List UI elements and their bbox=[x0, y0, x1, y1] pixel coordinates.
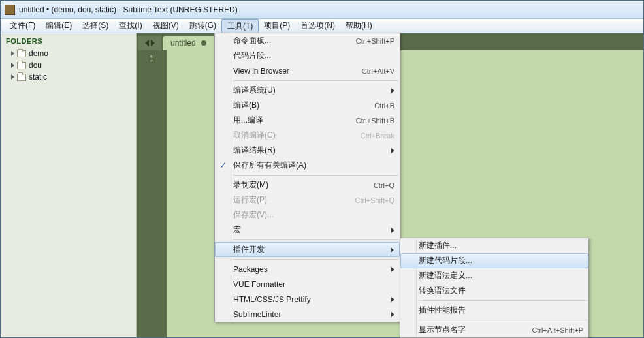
tab-untitled[interactable]: untitled bbox=[163, 36, 218, 50]
expand-icon bbox=[11, 63, 14, 68]
menu-item[interactable]: ✓保存所有有关编译(A) bbox=[215, 158, 400, 173]
menu-item: 取消编译(C)Ctrl+Break bbox=[215, 128, 400, 143]
menu-item-label: 转换语法文件 bbox=[419, 285, 583, 296]
menu-item[interactable]: 显示节点名字Ctrl+Alt+Shift+P bbox=[400, 322, 588, 337]
menu-separator bbox=[419, 320, 587, 320]
menu-3[interactable]: 查找(I) bbox=[114, 19, 147, 33]
menu-8[interactable]: 首选项(N) bbox=[295, 19, 340, 33]
expand-icon bbox=[11, 74, 14, 80]
menu-item[interactable]: 新建语法定义... bbox=[400, 268, 588, 283]
menu-item-label: 取消编译(C) bbox=[233, 130, 361, 141]
menu-item-label: HTML/CSS/JS Prettify bbox=[233, 295, 394, 304]
menu-shortcut: Ctrl+Alt+Shift+P bbox=[532, 326, 583, 334]
check-icon: ✓ bbox=[219, 161, 227, 170]
folder-dou[interactable]: dou bbox=[6, 59, 131, 71]
gutter: 1 bbox=[137, 50, 167, 337]
tools-menu: 命令面板...Ctrl+Shift+P代码片段...View in Browse… bbox=[214, 33, 400, 322]
menu-item-label: VUE Formatter bbox=[233, 280, 394, 289]
sidebar: FOLDERS demodoustatic bbox=[1, 33, 137, 337]
menu-item: 保存宏(V)... bbox=[215, 207, 400, 223]
menu-6[interactable]: 工具(T) bbox=[221, 19, 259, 33]
menu-1[interactable]: 编辑(E) bbox=[40, 19, 77, 33]
menu-item-label: 编译系统(U) bbox=[233, 85, 394, 96]
menu-shortcut: Ctrl+Shift+P bbox=[356, 37, 394, 45]
menu-item-label: 宏 bbox=[233, 224, 394, 236]
submenu-arrow-icon bbox=[391, 267, 394, 272]
folder-icon bbox=[17, 62, 26, 69]
submenu-arrow-icon bbox=[391, 148, 394, 153]
menu-item[interactable]: 编译结果(R) bbox=[215, 143, 400, 158]
menu-shortcut: Ctrl+Alt+V bbox=[362, 67, 394, 75]
menu-shortcut: Ctrl+Shift+Q bbox=[355, 196, 394, 204]
tab-nav-arrows[interactable] bbox=[138, 36, 161, 50]
menu-item-label: 显示节点名字 bbox=[419, 324, 532, 335]
menu-2[interactable]: 选择(S) bbox=[77, 19, 114, 33]
menu-separator bbox=[233, 239, 398, 240]
menu-5[interactable]: 跳转(G) bbox=[184, 19, 221, 33]
menu-item[interactable]: 新建代码片段... bbox=[400, 253, 588, 268]
menu-item[interactable]: 录制宏(M)Ctrl+Q bbox=[215, 177, 400, 192]
menu-item[interactable]: 插件开发 bbox=[215, 242, 400, 257]
titlebar[interactable]: untitled • (demo, dou, static) - Sublime… bbox=[1, 1, 643, 19]
menu-item[interactable]: 新建插件... bbox=[400, 238, 588, 253]
tab-next-icon bbox=[151, 40, 155, 46]
menu-item[interactable]: 代码片段... bbox=[215, 48, 400, 63]
menu-7[interactable]: 项目(P) bbox=[259, 19, 295, 33]
menu-item[interactable]: VUE Formatter bbox=[215, 277, 400, 292]
tab-prev-icon bbox=[145, 40, 149, 46]
menu-item-label: 插件性能报告 bbox=[419, 305, 583, 316]
folder-label: static bbox=[29, 72, 47, 82]
menu-item-label: 新建代码片段... bbox=[419, 255, 583, 266]
menu-shortcut: Ctrl+Shift+B bbox=[356, 117, 394, 125]
menu-item-label: 命令面板... bbox=[233, 35, 356, 46]
menu-item-label: View in Browser bbox=[233, 67, 362, 76]
menu-item[interactable]: SublimeLinter bbox=[215, 307, 400, 322]
window-title: untitled • (demo, dou, static) - Sublime… bbox=[19, 5, 238, 14]
menu-0[interactable]: 文件(F) bbox=[5, 19, 40, 33]
menu-item-label: 用...编译 bbox=[233, 115, 356, 126]
dirty-indicator-icon bbox=[201, 40, 206, 46]
menu-shortcut: Ctrl+Q bbox=[374, 181, 394, 189]
menu-item[interactable]: 宏 bbox=[215, 223, 400, 238]
submenu-arrow-icon bbox=[391, 228, 394, 233]
menu-item: 运行宏(P)Ctrl+Shift+Q bbox=[215, 192, 400, 207]
menu-item[interactable]: HTML/CSS/JS Prettify bbox=[215, 292, 400, 307]
submenu-arrow-icon bbox=[391, 297, 394, 302]
menu-item[interactable]: Packages bbox=[215, 262, 400, 277]
menu-shortcut: Ctrl+B bbox=[374, 102, 394, 110]
menu-item-label: 新建语法定义... bbox=[419, 270, 583, 281]
submenu-arrow-icon bbox=[391, 88, 394, 93]
menu-item-label: 录制宏(M) bbox=[233, 179, 374, 191]
menu-item[interactable]: 插件性能报告 bbox=[400, 303, 588, 318]
menu-item-label: SublimeLinter bbox=[233, 310, 394, 319]
menu-separator bbox=[233, 175, 398, 176]
menu-item[interactable]: View in BrowserCtrl+Alt+V bbox=[215, 63, 400, 78]
menu-item[interactable]: 编译(B)Ctrl+B bbox=[215, 98, 400, 113]
menu-item-label: 新建插件... bbox=[419, 240, 583, 251]
tab-label: untitled bbox=[170, 38, 196, 48]
menu-separator bbox=[233, 80, 398, 81]
menu-4[interactable]: 视图(V) bbox=[148, 19, 184, 33]
menu-item-label: 运行宏(P) bbox=[233, 194, 355, 206]
submenu-arrow-icon bbox=[391, 247, 394, 253]
menu-9[interactable]: 帮助(H) bbox=[340, 19, 378, 33]
menu-item-label: Packages bbox=[233, 265, 394, 274]
submenu-arrow-icon bbox=[391, 312, 394, 317]
menu-separator bbox=[233, 259, 398, 260]
folder-static[interactable]: static bbox=[6, 71, 131, 83]
folder-label: dou bbox=[29, 61, 42, 70]
menu-item[interactable]: 命令面板...Ctrl+Shift+P bbox=[215, 33, 400, 48]
menu-item[interactable]: 转换语法文件 bbox=[400, 283, 588, 298]
menu-item[interactable]: 编译系统(U) bbox=[215, 83, 400, 98]
folder-demo[interactable]: demo bbox=[6, 48, 131, 59]
folder-icon bbox=[17, 50, 26, 57]
folder-icon bbox=[17, 74, 26, 81]
menu-item-label: 编译结果(R) bbox=[233, 145, 394, 156]
menu-item-label: 代码片段... bbox=[233, 50, 394, 61]
expand-icon bbox=[11, 51, 14, 56]
menu-item[interactable]: 用...编译Ctrl+Shift+B bbox=[215, 113, 400, 128]
app-icon bbox=[5, 5, 15, 15]
menubar: 文件(F)编辑(E)选择(S)查找(I)视图(V)跳转(G)工具(T)项目(P)… bbox=[1, 19, 643, 33]
sidebar-header: FOLDERS bbox=[6, 37, 131, 45]
menu-item-label: 保存宏(V)... bbox=[233, 209, 394, 221]
